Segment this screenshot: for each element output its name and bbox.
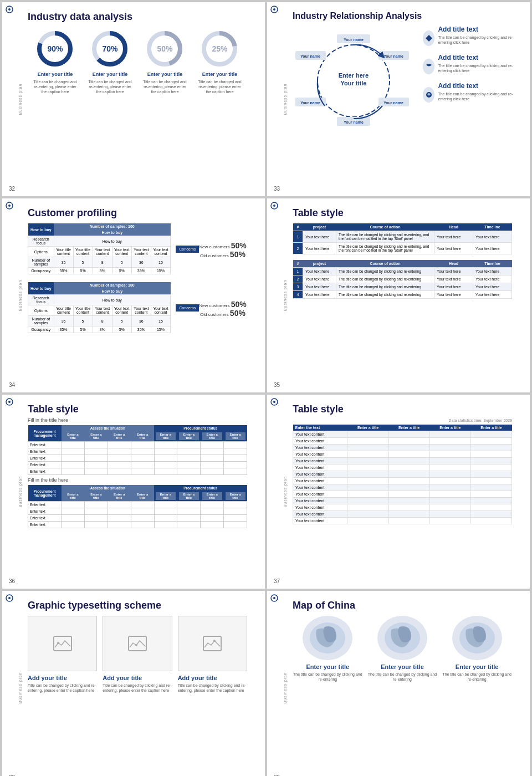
rel-container: Enter here Your title Your name Your nam… <box>293 25 521 136</box>
svg-point-1 <box>8 8 11 11</box>
big-table-cell <box>347 518 388 524</box>
big-table-cell <box>470 504 511 511</box>
donut-title-90: Enter your title <box>31 72 79 77</box>
donut-label-25: 25% <box>212 44 227 53</box>
big-table-cell <box>429 491 470 498</box>
donut-title-25: Enter your title <box>196 72 244 77</box>
svg-text:Your name: Your name <box>344 38 364 42</box>
map-item-1: Enter your title The title can be change… <box>293 616 363 682</box>
slide-35-title: Table style <box>293 207 521 219</box>
rel-diagram: Enter here Your title Your name Your nam… <box>293 25 418 136</box>
slide-34: Business plan Customer profiling How to … <box>2 198 265 392</box>
big-table-cell <box>347 458 388 464</box>
map-item-desc-2: The title can be changed by clicking and… <box>367 672 438 682</box>
big-table-cell-text: Your text content <box>293 438 347 445</box>
gts-item-1: Add your title Title can be changed by c… <box>28 616 97 693</box>
big-table-cell <box>388 431 429 438</box>
gts-img-1 <box>28 616 97 671</box>
slide-number-36: 36 <box>9 578 15 584</box>
big-table-cell <box>429 438 470 445</box>
slide-number-34: 34 <box>9 382 15 388</box>
big-table-cell <box>388 451 429 458</box>
gts-item-3: Add your title Title can be changed by c… <box>178 616 247 693</box>
svg-point-37 <box>8 597 11 599</box>
slide-38-icon <box>6 594 14 603</box>
big-table-cell-text: Your text content <box>293 451 347 458</box>
cp-concerns-1: Concerns New customers 50% Old customers… <box>175 223 247 277</box>
big-table-cell-text: Your text content <box>293 471 347 478</box>
big-table-row: Your text content <box>293 491 512 498</box>
gts-item-desc-3: Title can be changed by clicking and re-… <box>178 683 247 693</box>
big-table-cell <box>470 511 511 518</box>
big-table-cell <box>388 478 429 484</box>
rel-add-desc-3: The title can be changed by clicking and… <box>438 91 521 101</box>
svg-point-33 <box>8 401 11 403</box>
big-table-cell <box>470 478 511 484</box>
big-table-cell-text: Your text content <box>293 445 347 451</box>
big-table-cell <box>388 491 429 498</box>
slide-36-icon <box>6 398 14 407</box>
big-table-cell <box>388 445 429 451</box>
svg-point-43 <box>213 640 216 642</box>
map-globe-1 <box>303 616 352 660</box>
big-table-cell-text: Your text content <box>293 478 347 484</box>
big-table-cell <box>470 445 511 451</box>
big-table-cell-text: Your text content <box>293 464 347 471</box>
svg-text:Your name: Your name <box>344 120 364 124</box>
fill-title-2: Fill in the title here <box>28 477 247 483</box>
big-table-cell <box>470 438 511 445</box>
big-table-cell <box>388 484 429 491</box>
donut-circle-50: 50% <box>145 29 184 68</box>
big-table-cell <box>470 431 511 438</box>
big-table-cell <box>429 445 470 451</box>
big-table-cell-text: Your text content <box>293 504 347 511</box>
map-globe-3 <box>452 616 502 660</box>
svg-text:Your name: Your name <box>300 101 320 105</box>
donut-circle-90: 90% <box>35 29 74 68</box>
cp-th-samples: Number of samples: 100 <box>54 223 170 229</box>
cp-concerns-2: Concerns New customers 50% Old customers… <box>175 282 247 335</box>
slide-39-icon <box>270 594 279 603</box>
big-table-row: Your text content <box>293 451 512 458</box>
business-plan-label-35: Business plan <box>283 280 287 312</box>
big-table-row: Your text content <box>293 438 512 445</box>
big-table-cell <box>429 498 470 504</box>
fill-title-1: Fill in the title here <box>28 417 247 423</box>
big-table-cell <box>429 471 470 478</box>
slide-number-35: 35 <box>274 382 280 388</box>
big-table-cell <box>470 484 511 491</box>
business-plan-label-32: Business plan <box>18 84 22 115</box>
big-table-cell <box>429 484 470 491</box>
ts-table-1: # project Course of action Head Timeline… <box>293 223 512 254</box>
gts-item-title-3: Add your title <box>178 675 247 681</box>
donut-item-70: 70% Enter your title Title can be change… <box>86 29 134 94</box>
big-table-cell-text: Your text content <box>293 484 347 491</box>
business-plan-label-38: Business plan <box>18 672 22 704</box>
cp-concerns-text-1: New customers 50% Old customers 50% <box>199 241 246 259</box>
proc-table-1: Procurement management Assess the situat… <box>28 425 247 475</box>
svg-text:Your title: Your title <box>341 80 367 86</box>
big-table-cell <box>347 511 388 518</box>
rel-add-title-2: Add title text <box>438 54 521 62</box>
big-table-cell <box>429 431 470 438</box>
svg-point-31 <box>273 205 275 207</box>
big-table-cell <box>347 478 388 484</box>
donut-label-90: 90% <box>47 44 63 53</box>
big-table-cell <box>388 518 429 524</box>
cp-section-1: How to buy Number of samples: 100 How to… <box>28 223 247 277</box>
cp-section-2: How to buy Number of samples: 100 How to… <box>28 282 247 335</box>
map-item-desc-3: The title can be changed by clicking and… <box>442 672 512 682</box>
big-table-cell <box>388 438 429 445</box>
big-table-cell <box>470 491 511 498</box>
big-table-row: Your text content <box>293 445 512 451</box>
cp-left-1: How to buy Number of samples: 100 How to… <box>28 223 171 277</box>
donut-desc-25: Title can be changed and re-entering, pl… <box>196 79 244 94</box>
rel-add-title-3: Add title text <box>438 82 521 90</box>
big-table-cell <box>347 445 388 451</box>
slide-35: Business plan Table style # project Cour… <box>267 198 530 392</box>
slide-36: Business plan Table style Fill in the ti… <box>2 395 265 589</box>
big-table-cell-text: Your text content <box>293 518 347 524</box>
big-table-cell <box>429 478 470 484</box>
big-table-cell <box>347 451 388 458</box>
donut-circle-25: 25% <box>200 29 239 68</box>
